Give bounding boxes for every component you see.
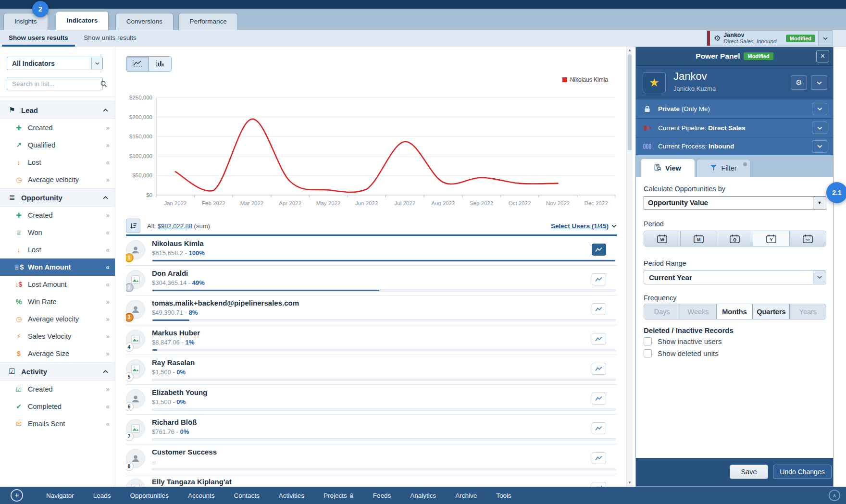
sidebar-item-completed[interactable]: ✔Completed« <box>0 398 115 415</box>
scrollbar-thumb[interactable] <box>628 54 632 150</box>
sidebar-item-qualified[interactable]: ↗Qualified» <box>0 136 115 154</box>
pipeline-dropdown-button[interactable] <box>812 122 827 134</box>
scroll-up-arrow[interactable]: ▲ <box>627 48 633 53</box>
collapse-chevrons-icon[interactable]: « <box>106 420 109 428</box>
sidebar-section-opportunity[interactable]: ≣Opportunity <box>0 188 115 207</box>
sidebar-item-average-size[interactable]: $Average Size» <box>0 345 115 362</box>
sidebar-item-emails-sent[interactable]: ✉Emails Sent« <box>0 415 115 432</box>
user-row[interactable]: 1Nikolaus Kimla$615,658.2 - 100% <box>126 236 617 266</box>
sidebar-item-created[interactable]: ☑Created» <box>0 381 115 398</box>
expand-chevrons-icon[interactable]: » <box>106 350 109 357</box>
select-users-link[interactable]: Select Users (1/45) <box>551 222 617 230</box>
search-input[interactable] <box>7 80 100 87</box>
collapse-chevrons-icon[interactable]: « <box>106 229 109 236</box>
collapse-chevrons-icon[interactable]: « <box>106 403 109 410</box>
nav-item-projects[interactable]: Projects <box>323 492 354 499</box>
sidebar-item-lost-amount[interactable]: ↓$Lost Amount« <box>0 276 115 293</box>
sidebar-item-won-amount[interactable]: ♕$Won Amount« <box>0 258 115 276</box>
tab-conversions[interactable]: Conversions <box>115 13 174 30</box>
sidebar-item-lost[interactable]: ↓Lost« <box>0 241 115 258</box>
subtab-show-users-results[interactable]: Show users results <box>2 30 75 47</box>
favorite-star-button[interactable]: ★ <box>643 72 666 93</box>
sidebar-item-average-velocity[interactable]: ◷Average velocity» <box>0 171 115 188</box>
show-deleted-units-checkbox[interactable] <box>644 349 652 357</box>
sum-amount-link[interactable]: $982,022.88 <box>158 222 192 230</box>
nav-item-analytics[interactable]: Analytics <box>410 492 436 499</box>
period-custom-button[interactable]: </> <box>789 231 826 246</box>
collapse-chevrons-icon[interactable]: « <box>106 281 109 288</box>
power-panel-selector[interactable]: ⚙ Jankov Direct Sales, Inbound Modified <box>707 30 833 46</box>
collapse-chevrons-icon[interactable]: « <box>106 263 109 271</box>
sidebar-item-created[interactable]: ✚Created» <box>0 119 115 136</box>
nav-item-archive[interactable]: Archive <box>455 492 477 499</box>
row-chart-button[interactable] <box>592 333 606 345</box>
line-chart-toggle-button[interactable] <box>126 57 149 71</box>
expand-chevrons-icon[interactable]: » <box>106 332 109 340</box>
save-button[interactable]: Save <box>730 465 768 479</box>
user-row[interactable]: 6Elizabeth Young$1,500 - 0% <box>126 385 617 415</box>
collapse-chevrons-icon[interactable]: « <box>106 159 109 166</box>
period-range-dropdown[interactable]: Current Year <box>644 270 826 284</box>
row-chart-button[interactable] <box>592 244 606 256</box>
profile-settings-button[interactable]: ⚙ <box>791 75 807 90</box>
expand-chevrons-icon[interactable]: » <box>106 211 109 219</box>
nav-item-contacts[interactable]: Contacts <box>234 492 259 499</box>
chevron-up-icon[interactable] <box>103 109 108 112</box>
expand-chevrons-icon[interactable]: » <box>106 298 109 306</box>
indicator-filter-dropdown[interactable]: All Indicators <box>7 57 103 70</box>
sidebar-item-lost[interactable]: ↓Lost« <box>0 154 115 171</box>
sidebar-item-sales-velocity[interactable]: ⚡Sales Velocity» <box>0 328 115 345</box>
search-icon[interactable] <box>100 80 107 87</box>
period-week-button[interactable]: W <box>644 231 680 246</box>
user-row[interactable]: 9Elly Tangaza Kiplang'at <box>126 474 617 487</box>
expand-chevrons-icon[interactable]: » <box>106 176 109 184</box>
sidebar-section-activity[interactable]: ☑Activity <box>0 362 115 381</box>
sidebar-item-created[interactable]: ✚Created» <box>0 207 115 224</box>
row-chart-button[interactable] <box>592 303 606 315</box>
tab-performance[interactable]: Performance <box>178 13 237 30</box>
privacy-dropdown-button[interactable] <box>812 103 827 115</box>
user-row[interactable]: 7Richard Blöß$761.76 - 0% <box>126 415 617 444</box>
sort-button[interactable] <box>126 219 140 233</box>
period-month-button[interactable]: M <box>680 231 717 246</box>
nav-item-navigator[interactable]: Navigator <box>46 492 74 499</box>
user-row[interactable]: 8Customer Success-- <box>126 444 617 474</box>
add-button[interactable]: + <box>11 489 23 502</box>
chevron-up-icon[interactable] <box>103 196 108 199</box>
dropdown-chevron[interactable] <box>91 57 102 70</box>
row-chart-button[interactable] <box>592 482 606 487</box>
row-chart-button[interactable] <box>592 452 606 464</box>
nav-item-feeds[interactable]: Feeds <box>373 492 391 499</box>
user-row[interactable]: 2Don Araldi$304,365.14 - 49% <box>126 266 617 295</box>
panel-tab-filter[interactable]: Filter <box>697 159 750 177</box>
row-chart-button[interactable] <box>592 363 606 375</box>
undo-changes-button[interactable]: Undo Changes <box>773 465 832 479</box>
period-quarter-button[interactable]: Q <box>717 231 753 246</box>
period-year-button[interactable]: Y <box>753 231 789 246</box>
nav-item-accounts[interactable]: Accounts <box>188 492 215 499</box>
nav-item-activities[interactable]: Activities <box>279 492 304 499</box>
tab-indicators[interactable]: Indicators <box>56 11 109 30</box>
collapse-chevrons-icon[interactable]: « <box>106 246 109 254</box>
process-dropdown-button[interactable] <box>812 140 827 153</box>
row-chart-button[interactable] <box>592 273 606 285</box>
sidebar-item-won[interactable]: ♕Won« <box>0 224 115 241</box>
profile-expand-button[interactable] <box>811 75 827 90</box>
expand-chevrons-icon[interactable]: » <box>106 385 109 393</box>
frequency-quarters-button[interactable]: Quarters <box>753 304 789 319</box>
vertical-scrollbar[interactable]: ▲ ▼ <box>626 47 633 487</box>
selector-dropdown-button[interactable] <box>818 31 832 46</box>
sidebar-item-win-rate[interactable]: %Win Rate» <box>0 293 115 310</box>
row-chart-button[interactable] <box>592 422 606 434</box>
bar-chart-toggle-button[interactable] <box>149 57 171 71</box>
show-inactive-users-checkbox[interactable] <box>644 337 652 345</box>
nav-item-leads[interactable]: Leads <box>93 492 111 499</box>
sidebar-section-lead[interactable]: ⚑Lead <box>0 101 115 119</box>
nav-item-opportunities[interactable]: Opportunities <box>130 492 169 499</box>
sidebar-search[interactable] <box>7 77 103 90</box>
user-row[interactable]: 3tomas.malik+backend@pipelinersales.com$… <box>126 295 617 325</box>
user-row[interactable]: 5Ray Rasalan$1,500 - 0% <box>126 355 617 385</box>
expand-chevrons-icon[interactable]: » <box>106 315 109 323</box>
nav-item-tools[interactable]: Tools <box>496 492 511 499</box>
sidebar-item-average-velocity[interactable]: ◷Average velocity» <box>0 310 115 328</box>
